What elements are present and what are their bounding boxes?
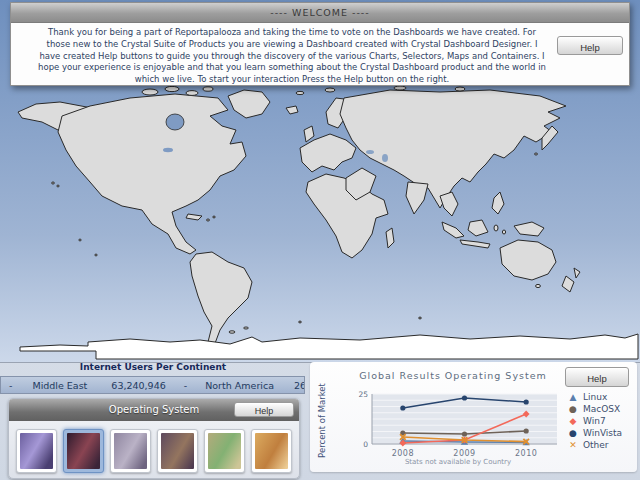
triangle-marker-icon: ▲ [568,392,578,402]
operating-system-panel: Operating System Help [8,398,300,479]
chart-legend: ▲Linux●MacOSX◆Win7●WinVista✕Other [568,392,622,450]
os-thumbnail-strip [9,421,299,473]
legend-label: Linux [583,392,607,402]
svg-text:2008: 2008 [392,449,414,458]
ticker-separator: - [9,380,12,391]
legend-item-other: ✕Other [568,440,622,450]
os-thumbnail-2[interactable] [63,429,104,473]
os-thumbnail-5[interactable] [204,429,245,473]
legend-item-linux: ▲Linux [568,392,622,402]
ticker-item-value: 63,240,946 [111,380,165,391]
os-thumbnail-4[interactable] [157,429,198,473]
os-help-button[interactable]: Help [234,402,294,417]
legend-item-win7: ◆Win7 [568,416,622,426]
chart-y-axis-label: Percent of Market [317,371,328,471]
diamond-marker-icon: ◆ [568,416,578,426]
internet-users-ticker: - Middle East 63,240,946 - North America… [0,376,305,394]
legend-label: Other [583,440,609,450]
os-thumbnail-3[interactable] [110,429,151,473]
circle-marker-icon: ● [568,428,578,438]
circle-marker-icon: ● [568,404,578,414]
chart-panel: Global Results Operating System Help Per… [310,362,637,472]
os-thumbnail-image [161,433,194,469]
welcome-text: Thank you for being a part of Reportapal… [38,27,546,84]
welcome-banner: ---- WELCOME ---- Thank you for being a … [10,2,630,86]
ticker-title: Internet Users Per Continent [0,362,306,372]
ticker-item-label: Middle East [32,380,87,391]
chart-help-button[interactable]: Help [565,367,629,387]
ticker-item-label: North America [205,380,274,391]
ticker-separator: - [184,380,187,391]
os-thumbnail-1[interactable] [16,429,57,473]
legend-label: WinVista [583,428,622,438]
os-market-chart: 025200820092010 [352,388,564,462]
os-thumbnail-image [208,433,241,469]
chart-title: Global Results Operating System [338,370,568,381]
x-marker-icon: ✕ [568,440,578,450]
os-thumbnail-image [255,433,288,469]
os-thumbnail-image [67,433,100,469]
chart-note: Stats not available by Country [338,458,578,466]
svg-text:2009: 2009 [453,449,475,458]
os-panel-title: Operating System [109,404,199,415]
svg-text:25: 25 [358,390,368,399]
legend-item-macosx: ●MacOSX [568,404,622,414]
welcome-title: ---- WELCOME ---- [11,3,629,23]
legend-label: MacOSX [583,404,620,414]
svg-text:0: 0 [363,440,368,449]
welcome-help-button[interactable]: Help [557,36,623,55]
ticker-item-value: 266,224,500 [294,380,305,391]
legend-item-winvista: ●WinVista [568,428,622,438]
os-thumbnail-image [114,433,147,469]
legend-label: Win7 [583,416,606,426]
os-thumbnail-6[interactable] [251,429,292,473]
svg-text:2010: 2010 [515,449,537,458]
os-thumbnail-image [20,433,53,469]
